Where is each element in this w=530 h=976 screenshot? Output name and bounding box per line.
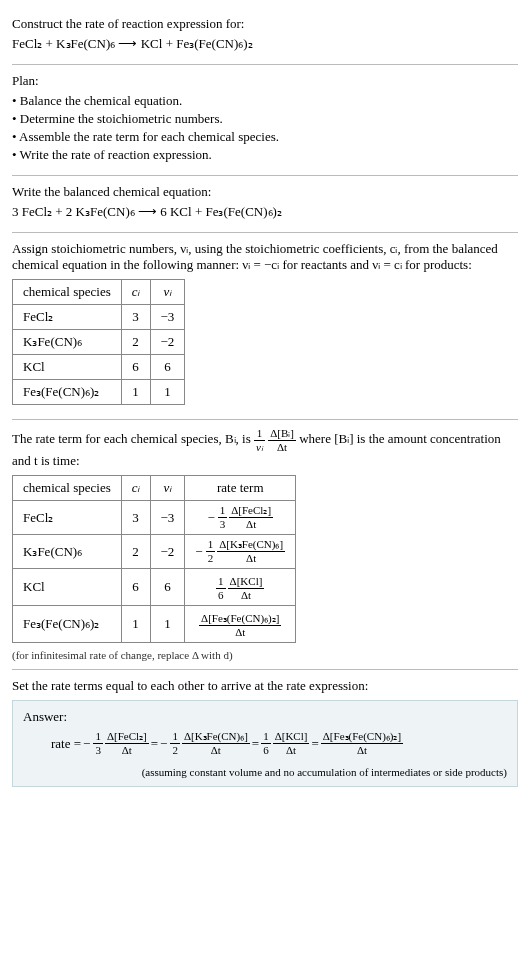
c-cell: 2 — [121, 330, 150, 355]
species-cell: FeCl₂ — [13, 501, 122, 535]
final-section: Set the rate terms equal to each other t… — [12, 670, 518, 795]
unbalanced-equation: FeCl₂ + K₃Fe(CN)₆ ⟶ KCl + Fe₃(Fe(CN)₆)₂ — [12, 36, 518, 52]
c-cell: 3 — [121, 305, 150, 330]
answer-box: Answer: rate = − 13 Δ[FeCl₂]Δt = − 12 Δ[… — [12, 700, 518, 787]
species-cell: Fe₃(Fe(CN)₆)₂ — [13, 606, 122, 643]
balanced-equation: 3 FeCl₂ + 2 K₃Fe(CN)₆ ⟶ 6 KCl + Fe₃(Fe(C… — [12, 204, 518, 220]
rate-terms-section: The rate term for each chemical species,… — [12, 420, 518, 670]
coef-frac: 13 — [218, 505, 228, 530]
delta-frac: Δ[Fe₃(Fe(CN)₆)₂]Δt — [199, 613, 281, 638]
table-row: Fe₃(Fe(CN)₆)₂ 1 1 Δ[Fe₃(Fe(CN)₆)₂]Δt — [13, 606, 296, 643]
c-cell: 3 — [121, 501, 150, 535]
answer-label: Answer: — [23, 709, 507, 725]
problem-statement: Construct the rate of reaction expressio… — [12, 8, 518, 65]
stoich-table: chemical species cᵢ νᵢ FeCl₂ 3 −3 K₃Fe(C… — [12, 279, 185, 405]
col-species: chemical species — [13, 476, 122, 501]
rate-expression: rate = − 13 Δ[FeCl₂]Δt = − 12 Δ[K₃Fe(CN)… — [51, 731, 403, 756]
col-v: νᵢ — [150, 280, 185, 305]
balanced-section: Write the balanced chemical equation: 3 … — [12, 176, 518, 233]
rate-term-cell: − 13 Δ[FeCl₂]Δt — [185, 501, 296, 535]
stoich-section: Assign stoichiometric numbers, νᵢ, using… — [12, 233, 518, 420]
coef-frac: 13 — [93, 731, 103, 756]
plan-item: Balance the chemical equation. — [12, 93, 518, 109]
c-cell: 6 — [121, 569, 150, 606]
table-row: K₃Fe(CN)₆ 2 −2 — [13, 330, 185, 355]
final-heading: Set the rate terms equal to each other t… — [12, 678, 518, 694]
balanced-heading: Write the balanced chemical equation: — [12, 184, 518, 200]
plan-item: Determine the stoichiometric numbers. — [12, 111, 518, 127]
species-cell: K₃Fe(CN)₆ — [13, 535, 122, 569]
coef-frac: 12 — [170, 731, 180, 756]
rate-terms-table: chemical species cᵢ νᵢ rate term FeCl₂ 3… — [12, 475, 296, 643]
species-cell: KCl — [13, 569, 122, 606]
delta-frac: Δ[KCl]Δt — [273, 731, 310, 756]
v-cell: −2 — [150, 535, 185, 569]
delta-frac: Δ[K₃Fe(CN)₆]Δt — [182, 731, 250, 756]
delta-frac: Δ[K₃Fe(CN)₆]Δt — [217, 539, 285, 564]
v-cell: −3 — [150, 501, 185, 535]
generic-coef-frac: 1 νᵢ — [254, 428, 265, 453]
c-cell: 6 — [121, 355, 150, 380]
species-cell: FeCl₂ — [13, 305, 122, 330]
v-cell: 1 — [150, 380, 185, 405]
delta-frac: Δ[KCl]Δt — [228, 576, 265, 601]
delta-note: (for infinitesimal rate of change, repla… — [12, 649, 518, 661]
assumption-note: (assuming constant volume and no accumul… — [23, 766, 507, 778]
delta-frac: Δ[FeCl₂]Δt — [105, 731, 149, 756]
plan-item: Assemble the rate term for each chemical… — [12, 129, 518, 145]
c-cell: 1 — [121, 380, 150, 405]
delta-frac: Δ[FeCl₂]Δt — [229, 505, 273, 530]
v-cell: 6 — [150, 355, 185, 380]
prompt-text: Construct the rate of reaction expressio… — [12, 16, 518, 32]
table-row: Fe₃(Fe(CN)₆)₂ 1 1 — [13, 380, 185, 405]
v-cell: −3 — [150, 305, 185, 330]
v-cell: 1 — [150, 606, 185, 643]
plan-list: Balance the chemical equation. Determine… — [12, 93, 518, 163]
col-species: chemical species — [13, 280, 122, 305]
plan-section: Plan: Balance the chemical equation. Det… — [12, 65, 518, 176]
plan-item: Write the rate of reaction expression. — [12, 147, 518, 163]
species-cell: KCl — [13, 355, 122, 380]
coef-frac: 16 — [216, 576, 226, 601]
col-rate-term: rate term — [185, 476, 296, 501]
delta-frac: Δ[Fe₃(Fe(CN)₆)₂]Δt — [321, 731, 403, 756]
table-row: KCl 6 6 — [13, 355, 185, 380]
rate-terms-intro: The rate term for each chemical species,… — [12, 428, 518, 469]
rate-term-cell: 16 Δ[KCl]Δt — [185, 569, 296, 606]
c-cell: 1 — [121, 606, 150, 643]
c-cell: 2 — [121, 535, 150, 569]
col-v: νᵢ — [150, 476, 185, 501]
coef-frac: 12 — [206, 539, 216, 564]
species-cell: K₃Fe(CN)₆ — [13, 330, 122, 355]
plan-heading: Plan: — [12, 73, 518, 89]
col-c: cᵢ — [121, 476, 150, 501]
generic-delta-frac: Δ[Bᵢ] Δt — [268, 428, 296, 453]
coef-frac: 16 — [261, 731, 271, 756]
table-row: FeCl₂ 3 −3 − 13 Δ[FeCl₂]Δt — [13, 501, 296, 535]
table-row: FeCl₂ 3 −3 — [13, 305, 185, 330]
rate-term-cell: Δ[Fe₃(Fe(CN)₆)₂]Δt — [185, 606, 296, 643]
species-cell: Fe₃(Fe(CN)₆)₂ — [13, 380, 122, 405]
col-c: cᵢ — [121, 280, 150, 305]
rate-term-cell: − 12 Δ[K₃Fe(CN)₆]Δt — [185, 535, 296, 569]
v-cell: 6 — [150, 569, 185, 606]
table-row: KCl 6 6 16 Δ[KCl]Δt — [13, 569, 296, 606]
stoich-intro: Assign stoichiometric numbers, νᵢ, using… — [12, 241, 518, 273]
table-row: K₃Fe(CN)₆ 2 −2 − 12 Δ[K₃Fe(CN)₆]Δt — [13, 535, 296, 569]
v-cell: −2 — [150, 330, 185, 355]
